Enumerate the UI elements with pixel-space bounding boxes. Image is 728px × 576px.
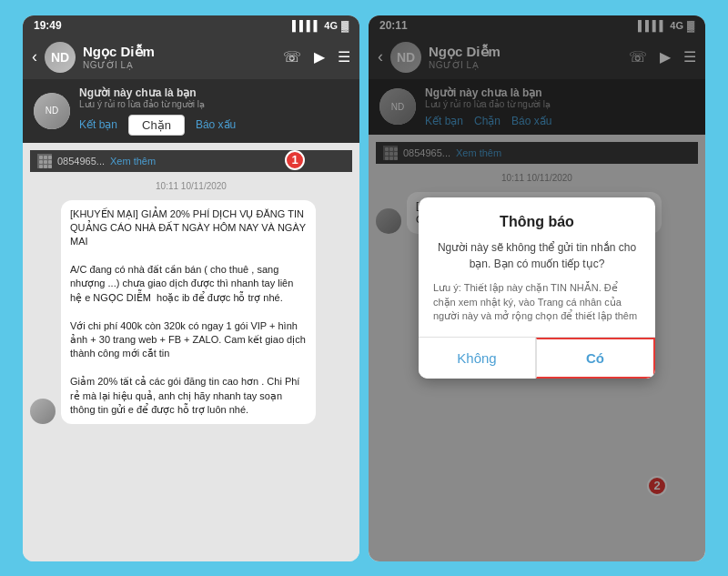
nav-icons-1: ☏ ▶ ☰ <box>283 48 350 66</box>
message-text-1: [KHUYẾN MẠI] GIẢM 20% PHÍ DỊCH VỤ ĐĂNG T… <box>70 208 308 415</box>
dialog-confirm-button[interactable]: Có <box>536 338 655 379</box>
back-button-1[interactable]: ‹ <box>32 47 37 66</box>
add-friend-button-1[interactable]: Kết bạn <box>79 115 117 136</box>
dialog-buttons: Không Có <box>419 337 655 379</box>
screen-2: 20:11 ▌▌▌▌ 4G ▓ ‹ ND Ngọc Diễm NGƯỜI LẠ … <box>369 15 705 561</box>
stranger-actions-1: Kết bạn Chặn Báo xấu <box>79 115 349 136</box>
screen-1: 19:49 ▌▌▌▌ 4G ▓ ‹ ND Ngọc Diễm NGƯỜI LẠ … <box>23 15 359 561</box>
dialog-title: Thông báo <box>433 214 641 230</box>
nav-avatar-1: ND <box>45 42 76 73</box>
dialog-note: Lưu ý: Thiết lập này chặn TIN NHẮN. Để c… <box>433 281 641 323</box>
status-bar-1: 19:49 ▌▌▌▌ 4G ▓ <box>23 15 359 35</box>
timestamp-1: 10:11 10/11/2020 <box>30 181 352 191</box>
menu-icon-1[interactable]: ☰ <box>338 48 350 66</box>
stranger-banner-1: ND Người này chưa là bạn Lưu ý rủi ro lừ… <box>23 79 359 143</box>
stranger-content-1: Người này chưa là bạn Lưu ý rủi ro lừa đ… <box>79 86 349 136</box>
sender-avatar-1 <box>30 399 56 424</box>
status-right-1: ▌▌▌▌ 4G ▓ <box>292 20 349 31</box>
network-label-1: 4G <box>324 20 338 31</box>
battery-icon-1: ▓ <box>341 20 349 31</box>
message-row-1: [KHUYẾN MẠI] GIẢM 20% PHÍ DỊCH VỤ ĐĂNG T… <box>30 200 352 425</box>
stranger-subtitle-1: Lưu ý rủi ro lừa đảo từ người lạ <box>79 99 349 109</box>
time-1: 19:49 <box>34 19 62 32</box>
top-nav-1: ‹ ND Ngọc Diễm NGƯỜI LẠ ☏ ▶ ☰ <box>23 35 359 79</box>
xem-them-1[interactable]: Xem thêm <box>110 156 156 167</box>
stranger-avatar-1: ND <box>34 93 70 129</box>
message-bubble-1: [KHUYẾN MẠI] GIẢM 20% PHÍ DỊCH VỤ ĐĂNG T… <box>61 200 316 425</box>
nav-title-block-1: Ngọc Diễm NGƯỜI LẠ <box>83 44 276 70</box>
nav-subtitle-1: NGƯỜI LẠ <box>83 60 276 70</box>
phone-number-1: 0854965... <box>57 156 105 167</box>
dialog-cancel-button[interactable]: Không <box>419 338 536 379</box>
video-icon-1[interactable]: ▶ <box>314 48 325 66</box>
signal-icon-1: ▌▌▌▌ <box>292 20 320 31</box>
block-button-1[interactable]: Chặn <box>128 115 185 136</box>
nav-title-1: Ngọc Diễm <box>83 44 276 60</box>
phone-icon-1[interactable]: ☏ <box>283 48 301 66</box>
chat-area-1: 0854965... Xem thêm 10:11 10/11/2020 [KH… <box>23 143 359 561</box>
step-badge-1: 1 <box>285 150 305 170</box>
dialog-box: Thông báo Người này sẽ không thể gửi tin… <box>419 197 655 378</box>
dialog-body: Người này sẽ không thể gửi tin nhắn cho … <box>433 239 641 272</box>
dialog-overlay: Thông báo Người này sẽ không thể gửi tin… <box>369 15 705 561</box>
stranger-title-1: Người này chưa là bạn <box>79 86 349 99</box>
report-button-1[interactable]: Báo xấu <box>196 115 236 136</box>
phone-grid-icon-1 <box>37 154 52 168</box>
